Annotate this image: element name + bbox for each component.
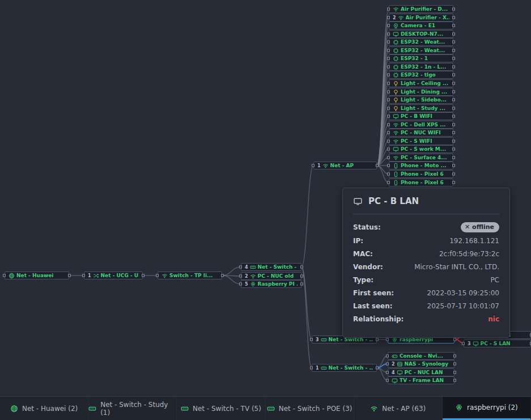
node-air-purifier-x[interactable]: 2 Air Purifier - X...: [389, 14, 453, 22]
node-badge: 4: [392, 370, 395, 375]
tab-net-ap[interactable]: Net - AP (63): [354, 397, 443, 420]
port-left: [387, 41, 390, 44]
port-right: [452, 131, 455, 134]
wifi-icon: [393, 138, 399, 145]
switch-icon: [321, 337, 327, 343]
node-phone-pixel6-1[interactable]: Phone - Pixel 6: [389, 170, 453, 178]
nas-icon: [397, 361, 403, 367]
tab-label: Net - Switch - TV (5): [193, 405, 261, 413]
port-left: [387, 74, 390, 77]
node-pc-nuc-wifi[interactable]: PC - NUC WIFI: [389, 129, 453, 137]
port-left: [239, 275, 242, 278]
node-raspberry-pi[interactable]: 5 Raspberry PI ...: [241, 280, 301, 288]
popup-title-row: PC - B LAN: [353, 196, 499, 206]
node-light-dining[interactable]: Light - Dining ...: [389, 88, 453, 96]
bulb-icon: [393, 89, 399, 95]
node-pc-s-work-m[interactable]: PC - S work M...: [389, 145, 453, 153]
node-label: Net - UCG - Ul...: [101, 273, 139, 278]
node-pc-surface-4[interactable]: PC - Surface 4...: [389, 154, 453, 162]
phone-icon: [393, 180, 399, 186]
port-left: [156, 274, 159, 277]
node-pc-nuc-old[interactable]: 2 PC - NUC old: [241, 272, 301, 280]
node-light-study[interactable]: Light - Study ...: [389, 104, 453, 112]
wifi-icon: [370, 405, 378, 413]
bulb-icon: [393, 80, 399, 87]
node-net-switch-c[interactable]: 1 Net - Switch - ...: [312, 364, 377, 372]
detail-row-relationship: Relationship: nic: [353, 315, 499, 324]
network-canvas[interactable]: Net - Huawei 1 Net - UCG - Ul... Switch …: [0, 0, 531, 397]
node-net-switch-a[interactable]: 4 Net - Switch - ...: [241, 263, 301, 271]
node-badge: 3: [468, 341, 471, 346]
node-badge: 3: [316, 337, 319, 342]
node-phone-moto[interactable]: Phone - Moto ...: [389, 162, 453, 169]
node-label: Air Purifier - X...: [406, 15, 449, 20]
port-left: [3, 274, 6, 277]
chip-icon: [393, 64, 399, 70]
node-badge: 4: [245, 265, 248, 270]
node-label: Camera - E1: [401, 23, 435, 28]
tab-net-switch-tv[interactable]: Net - Switch - TV (5): [177, 397, 265, 420]
node-pc-s-lan[interactable]: 3 PC - S LAN: [464, 340, 531, 347]
node-pc-b-wifi[interactable]: PC - B WIFI: [389, 112, 453, 120]
port-left: [387, 82, 390, 85]
port-left: [387, 124, 390, 126]
detail-row-vendor: Vendor: Micro-Star INTL CO., LTD.: [353, 263, 499, 271]
node-label: ESP32 - tlgo: [401, 72, 436, 78]
node-pc-dell-xps[interactable]: PC - Dell XPS ...: [389, 121, 453, 129]
port-right: [452, 124, 455, 126]
node-badge: 5: [245, 282, 248, 287]
port-right: [452, 33, 455, 36]
node-label: Phone - Moto ...: [401, 163, 447, 168]
node-net-huawei[interactable]: Net - Huawei: [5, 271, 69, 279]
node-pc-s-wifi[interactable]: PC - S WIFI: [389, 137, 453, 145]
port-left: [462, 342, 465, 345]
node-esp32-tlgo[interactable]: ESP32 - tlgo: [389, 71, 453, 79]
node-label: TV - Frame LAN: [400, 377, 444, 383]
tab-net-huawei[interactable]: Net - Huawei (2): [0, 397, 88, 420]
node-label: NAS - Synology: [405, 361, 449, 367]
node-label: ESP32 - 1n - L...: [401, 64, 446, 70]
node-label: Light - Dining ...: [401, 89, 447, 95]
tab-net-switch-study[interactable]: Net - Switch - Study (1): [88, 397, 177, 420]
node-esp32-1[interactable]: ESP32 - 1: [389, 54, 453, 62]
monitor-icon: [393, 113, 399, 120]
node-air-purifier-d[interactable]: Air Purifier - D...: [389, 5, 453, 13]
shuffle-icon: [93, 273, 99, 279]
node-label: ESP32 - Weat...: [401, 39, 445, 45]
port-right: [452, 115, 455, 118]
port-left: [310, 367, 313, 370]
node-label: Console - Nvi...: [400, 353, 443, 359]
node-pc-nuc-lan[interactable]: 4 PC - NUC LAN: [388, 368, 454, 376]
node-net-ap[interactable]: 1 Net - AP: [313, 162, 377, 169]
node-light-ceiling[interactable]: Light - Ceiling ...: [389, 79, 453, 87]
port-right: [142, 274, 145, 277]
node-console-nvidia[interactable]: Console - Nvi...: [388, 352, 454, 360]
node-badge: 1: [317, 163, 321, 168]
node-switch-tp[interactable]: Switch - TP li...: [158, 271, 222, 279]
port-left: [387, 66, 390, 69]
wifi-icon: [398, 15, 404, 21]
port-right: [452, 82, 455, 85]
node-esp32-1n-l[interactable]: ESP32 - 1n - L...: [389, 63, 453, 71]
port-right: [221, 274, 224, 277]
node-phone-pixel6-2[interactable]: Phone - Pixel 6: [389, 179, 453, 186]
node-label: PC - NUC WIFI: [401, 130, 441, 135]
node-nas-synology[interactable]: 2 NAS - Synology: [388, 360, 454, 368]
node-camera-e1[interactable]: Camera - E1: [389, 22, 453, 29]
node-esp32-weat-1[interactable]: ESP32 - Weat...: [389, 38, 453, 46]
divider: [353, 214, 499, 214]
port-right: [376, 367, 379, 370]
port-right: [452, 173, 455, 176]
node-esp32-weat-2[interactable]: ESP32 - Weat...: [389, 46, 453, 54]
node-tv-frame-lan[interactable]: TV - Frame LAN: [388, 376, 454, 384]
node-light-sidebo[interactable]: Light - Sidebo...: [389, 96, 453, 104]
node-badge: 1: [316, 366, 319, 371]
node-net-ucg[interactable]: 1 Net - UCG - Ul...: [84, 271, 143, 279]
tab-net-switch-poe[interactable]: Net - Switch - POE (3): [266, 397, 354, 420]
monitor-icon: [393, 146, 399, 152]
chip-icon: [393, 72, 399, 78]
switch-icon: [250, 264, 256, 270]
port-left: [387, 107, 390, 110]
tab-raspberrypi[interactable]: raspberrypi (2): [443, 397, 531, 420]
node-desktop-n7[interactable]: DESKTOP-N7...: [389, 30, 453, 38]
